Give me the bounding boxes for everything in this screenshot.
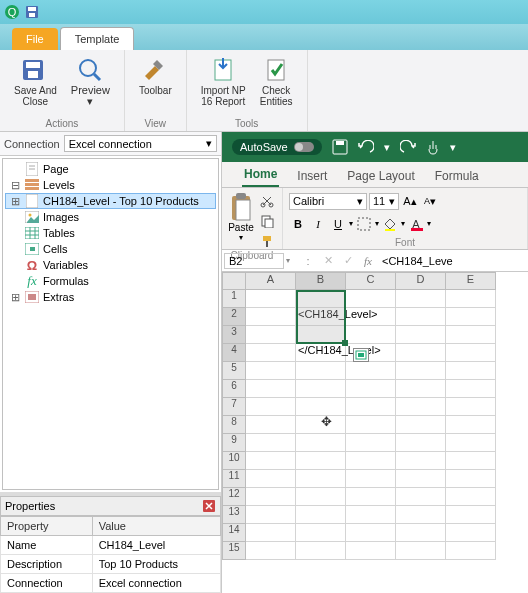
row-header[interactable]: 14: [222, 524, 246, 542]
cell[interactable]: [446, 416, 496, 434]
cell[interactable]: [396, 326, 446, 344]
border-icon[interactable]: [355, 215, 373, 233]
row-header[interactable]: 6: [222, 380, 246, 398]
cell[interactable]: [446, 488, 496, 506]
cell[interactable]: [446, 542, 496, 560]
cell[interactable]: [446, 380, 496, 398]
save-icon[interactable]: [24, 4, 40, 20]
preview-button[interactable]: Preview▾: [65, 54, 116, 109]
tree-view[interactable]: Page ⊟Levels ⊞CH184_Level - Top 10 Produ…: [2, 158, 219, 490]
cell[interactable]: [446, 470, 496, 488]
cell[interactable]: [296, 488, 346, 506]
cell[interactable]: [296, 326, 346, 344]
cell[interactable]: [346, 290, 396, 308]
cut-icon[interactable]: [258, 192, 276, 210]
spreadsheet[interactable]: ABCDE 12<CH184_Level>34</CH184_Level>567…: [222, 272, 528, 560]
cell[interactable]: [396, 344, 446, 362]
tree-extras[interactable]: ⊞Extras: [5, 289, 216, 305]
row-header[interactable]: 12: [222, 488, 246, 506]
cell[interactable]: [296, 452, 346, 470]
column-header[interactable]: A: [246, 272, 296, 290]
formula-input[interactable]: <CH184_Leve: [378, 254, 528, 268]
cell[interactable]: [396, 416, 446, 434]
tree-level-ch184[interactable]: ⊞CH184_Level - Top 10 Products: [5, 193, 216, 209]
row-header[interactable]: 5: [222, 362, 246, 380]
cell[interactable]: [346, 488, 396, 506]
column-header[interactable]: C: [346, 272, 396, 290]
cell[interactable]: [396, 524, 446, 542]
chevron-down-icon[interactable]: ▾: [384, 141, 390, 154]
font-size-select[interactable]: 11 ▾: [369, 193, 399, 210]
cell[interactable]: [246, 434, 296, 452]
autosave-toggle[interactable]: AutoSave: [232, 139, 322, 155]
cell[interactable]: [346, 470, 396, 488]
tree-formulas[interactable]: fxFormulas: [5, 273, 216, 289]
cell[interactable]: [246, 542, 296, 560]
select-all-cell[interactable]: [222, 272, 246, 290]
cell[interactable]: [246, 362, 296, 380]
cell[interactable]: [346, 362, 396, 380]
cell[interactable]: [346, 380, 396, 398]
cell[interactable]: [296, 362, 346, 380]
cell[interactable]: [246, 344, 296, 362]
row-header[interactable]: 4: [222, 344, 246, 362]
cell[interactable]: [296, 542, 346, 560]
cell[interactable]: [396, 362, 446, 380]
excel-tab-page-layout[interactable]: Page Layout: [345, 165, 416, 187]
cell[interactable]: [396, 308, 446, 326]
toolbar-button[interactable]: Toolbar: [133, 54, 178, 98]
import-report-button[interactable]: Import NP 16 Report: [195, 54, 252, 109]
cell[interactable]: [246, 380, 296, 398]
cell[interactable]: [346, 506, 396, 524]
row-header[interactable]: 10: [222, 452, 246, 470]
cell[interactable]: [246, 326, 296, 344]
cell[interactable]: [296, 506, 346, 524]
tab-file[interactable]: File: [12, 28, 58, 50]
cell[interactable]: [246, 290, 296, 308]
cell[interactable]: [446, 344, 496, 362]
tab-template[interactable]: Template: [60, 27, 135, 50]
row-header[interactable]: 11: [222, 470, 246, 488]
cell[interactable]: [246, 470, 296, 488]
cell[interactable]: [446, 308, 496, 326]
cell[interactable]: </CH184_Level>: [296, 344, 346, 362]
excel-tab-home[interactable]: Home: [242, 163, 279, 187]
cell[interactable]: [346, 452, 396, 470]
confirm-icon[interactable]: ✓: [338, 254, 358, 267]
column-header[interactable]: D: [396, 272, 446, 290]
name-box[interactable]: B2: [224, 253, 284, 269]
row-header[interactable]: 9: [222, 434, 246, 452]
cell[interactable]: [446, 398, 496, 416]
fill-handle[interactable]: [342, 340, 348, 346]
cell[interactable]: [246, 308, 296, 326]
tree-images[interactable]: Images: [5, 209, 216, 225]
cell[interactable]: [396, 290, 446, 308]
tree-tables[interactable]: Tables: [5, 225, 216, 241]
cell[interactable]: [346, 542, 396, 560]
cell[interactable]: [446, 326, 496, 344]
cell[interactable]: [396, 434, 446, 452]
touch-icon[interactable]: [426, 139, 440, 155]
row-header[interactable]: 13: [222, 506, 246, 524]
font-color-icon[interactable]: A: [407, 215, 425, 233]
close-icon[interactable]: [202, 499, 216, 513]
cell[interactable]: [296, 380, 346, 398]
italic-button[interactable]: I: [309, 215, 327, 233]
cell[interactable]: [346, 524, 396, 542]
underline-button[interactable]: U: [329, 215, 347, 233]
cell[interactable]: [346, 308, 396, 326]
cell[interactable]: [396, 398, 446, 416]
cell[interactable]: [246, 506, 296, 524]
cell[interactable]: [446, 506, 496, 524]
cell[interactable]: [246, 452, 296, 470]
chevron-down-icon[interactable]: ▾: [450, 141, 456, 154]
check-entities-button[interactable]: Check Entities: [254, 54, 299, 109]
column-header[interactable]: E: [446, 272, 496, 290]
cell[interactable]: [346, 398, 396, 416]
cell[interactable]: [396, 542, 446, 560]
save-icon[interactable]: [332, 139, 348, 155]
row-header[interactable]: 3: [222, 326, 246, 344]
copy-icon[interactable]: [258, 212, 276, 230]
column-header[interactable]: B: [296, 272, 346, 290]
cell[interactable]: [396, 488, 446, 506]
